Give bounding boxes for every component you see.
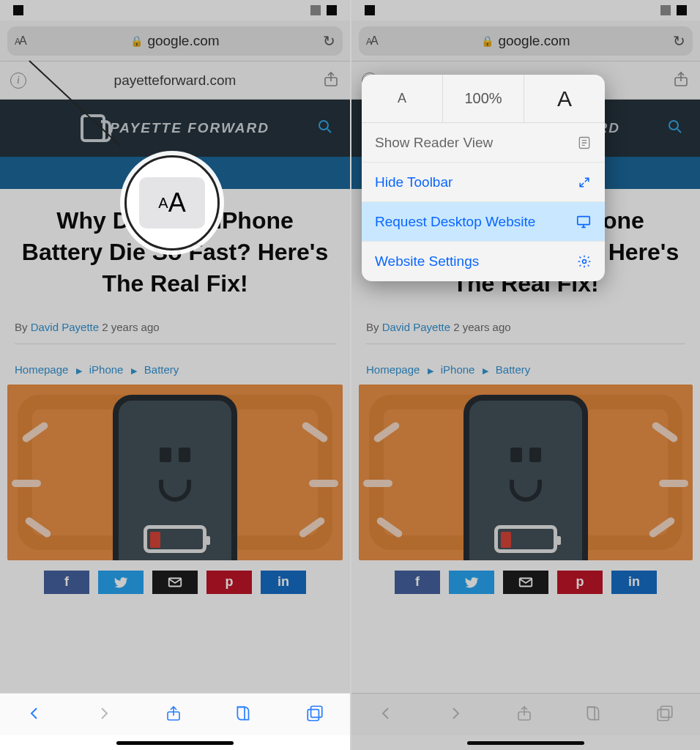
url-domain: google.com	[147, 33, 219, 49]
author-link[interactable]: David Payette	[382, 321, 450, 333]
crumb-home[interactable]: Homepage	[15, 363, 68, 376]
share-email[interactable]	[152, 571, 198, 594]
share-twitter[interactable]	[449, 571, 494, 594]
site-header: PAYETTE FORWARD	[0, 100, 350, 157]
back-button[interactable]	[26, 705, 43, 725]
svg-rect-7	[310, 706, 321, 717]
share-button[interactable]	[165, 705, 182, 725]
request-desktop-website[interactable]: Request Desktop Website	[362, 202, 605, 242]
site-logo[interactable]: PAYETTE FORWARD	[81, 114, 269, 142]
text-size-popover: A 100% A Show Reader View Hide Toolbar R…	[362, 75, 605, 281]
share-facebook[interactable]: f	[44, 571, 89, 594]
desktop-icon	[576, 214, 592, 230]
status-right-icon	[660, 5, 671, 15]
hide-toolbar[interactable]: Hide Toolbar	[362, 163, 605, 202]
share-email[interactable]	[503, 571, 548, 594]
status-right-icon	[310, 5, 321, 15]
share-button	[515, 705, 533, 725]
search-icon[interactable]	[316, 118, 334, 138]
hero-image	[7, 385, 343, 560]
info-icon[interactable]: i	[10, 73, 26, 89]
increase-text-button[interactable]: A	[524, 75, 605, 122]
url-domain: google.com	[498, 33, 570, 49]
forward-button	[95, 705, 113, 725]
crumb-battery[interactable]: Battery	[144, 363, 179, 376]
breadcrumbs: Homepage ▶ iPhone ▶ Battery	[351, 350, 700, 385]
address-bar: AA 🔒 google.com ↻	[0, 21, 350, 62]
decrease-text-button[interactable]: A	[362, 75, 443, 122]
show-reader-view[interactable]: Show Reader View	[362, 123, 605, 163]
share-linkedin[interactable]: in	[261, 571, 306, 594]
reload-icon[interactable]: ↻	[323, 32, 335, 50]
reload-icon[interactable]: ↻	[673, 32, 685, 50]
sub-address-bar: i payetteforward.com	[0, 62, 350, 100]
post-age: 2 years ago	[102, 321, 159, 333]
crumb-home[interactable]: Homepage	[366, 363, 420, 376]
lock-icon: 🔒	[481, 35, 494, 47]
crumb-iphone[interactable]: iPhone	[441, 363, 475, 376]
site-name: PAYETTE FORWARD	[110, 120, 269, 136]
status-bar	[0, 0, 350, 21]
gear-icon	[577, 254, 592, 269]
social-share-row: f p in	[0, 571, 350, 594]
magnifier-callout: AA	[124, 155, 220, 250]
lock-icon: 🔒	[130, 35, 143, 47]
author-link[interactable]: David Payette	[31, 321, 99, 333]
sub-domain: payetteforward.com	[114, 73, 237, 89]
bottom-toolbar	[0, 693, 350, 735]
post-age: 2 years ago	[453, 321, 510, 333]
svg-rect-8	[308, 709, 319, 720]
status-bar	[351, 0, 700, 21]
reader-icon	[577, 135, 592, 150]
bottom-toolbar	[351, 693, 700, 735]
share-icon[interactable]	[672, 70, 690, 91]
back-button	[377, 705, 395, 725]
byline: By David Payette 2 years ago	[15, 321, 335, 344]
status-right-icon	[677, 5, 687, 15]
address-pill[interactable]: AA 🔒 google.com ↻	[7, 26, 343, 56]
text-size-icon[interactable]: AA	[15, 34, 26, 48]
tabs-button	[655, 704, 674, 726]
crumb-battery[interactable]: Battery	[496, 363, 531, 376]
share-pinterest[interactable]: p	[206, 571, 252, 594]
svg-rect-19	[578, 216, 590, 224]
zoom-level[interactable]: 100%	[443, 75, 524, 122]
share-linkedin[interactable]: in	[611, 571, 657, 594]
crumb-iphone[interactable]: iPhone	[89, 363, 124, 376]
status-right-icon	[327, 5, 337, 15]
breadcrumbs: Homepage ▶ iPhone ▶ Battery	[0, 350, 350, 385]
text-size-icon[interactable]: AA	[366, 34, 377, 48]
bookmarks-button[interactable]	[234, 704, 253, 726]
social-share-row: f p in	[351, 571, 700, 594]
website-settings[interactable]: Website Settings	[362, 242, 605, 281]
share-icon[interactable]	[322, 70, 340, 91]
search-icon[interactable]	[666, 118, 684, 138]
svg-point-20	[583, 260, 587, 264]
address-pill[interactable]: AA 🔒 google.com ↻	[359, 26, 693, 56]
status-left-icon	[365, 5, 375, 15]
expand-icon	[577, 175, 592, 190]
svg-rect-16	[660, 706, 671, 717]
byline: By David Payette 2 years ago	[366, 321, 685, 344]
share-twitter[interactable]	[98, 571, 144, 594]
svg-rect-17	[658, 709, 669, 720]
share-facebook[interactable]: f	[395, 571, 440, 594]
hero-image	[359, 385, 693, 560]
right-screenshot: AA 🔒 google.com ↻ i payetteforward.com P…	[350, 0, 700, 750]
share-pinterest[interactable]: p	[557, 571, 603, 594]
left-screenshot: AA 🔒 google.com ↻ i payetteforward.com P…	[0, 0, 350, 750]
bookmarks-button	[584, 704, 603, 726]
home-indicator[interactable]	[0, 735, 350, 750]
home-indicator[interactable]	[351, 735, 700, 750]
tabs-button[interactable]	[305, 704, 324, 726]
forward-button	[447, 705, 464, 725]
svg-point-1	[319, 121, 328, 130]
address-bar: AA 🔒 google.com ↻	[351, 21, 700, 62]
svg-point-10	[669, 121, 678, 130]
status-left-icon	[13, 5, 23, 15]
